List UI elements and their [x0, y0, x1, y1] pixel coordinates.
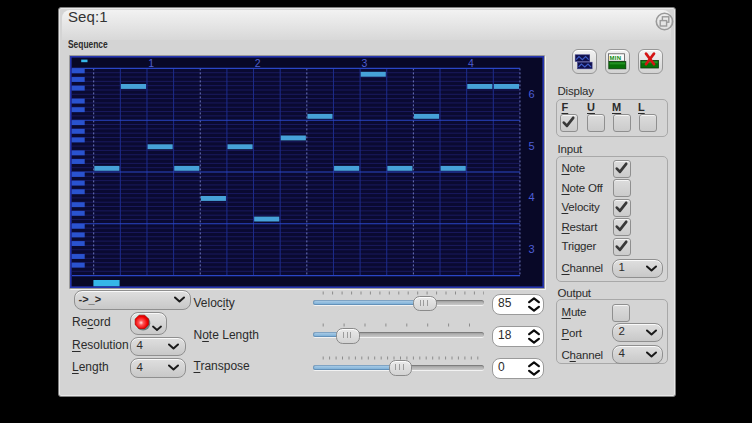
- svg-text:3: 3: [529, 243, 535, 255]
- svg-text:MIN: MIN: [609, 55, 621, 61]
- svg-text:4: 4: [468, 57, 474, 69]
- svg-text:6: 6: [529, 88, 535, 100]
- svg-text:5: 5: [529, 140, 535, 152]
- svg-text:2: 2: [255, 57, 261, 69]
- svg-text:1: 1: [148, 57, 154, 69]
- svg-text:4: 4: [529, 191, 535, 203]
- svg-text:3: 3: [361, 57, 367, 69]
